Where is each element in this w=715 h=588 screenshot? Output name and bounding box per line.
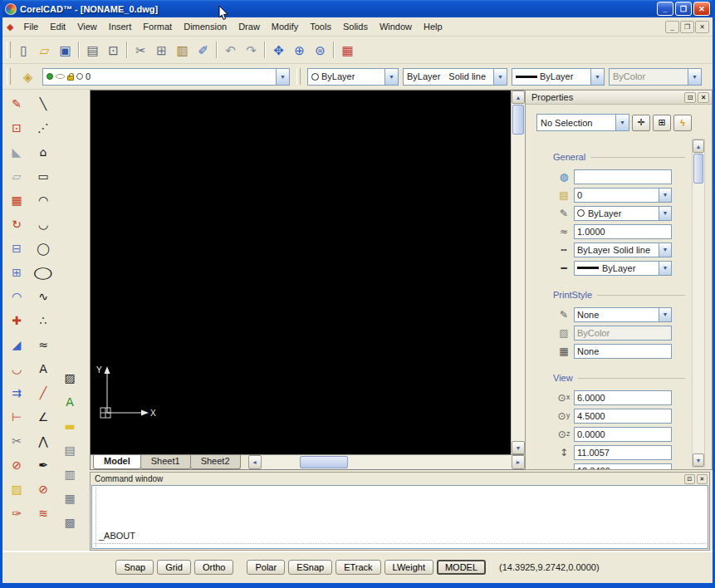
- print-preview-button[interactable]: ⊡: [103, 40, 124, 61]
- status-lweight-button[interactable]: LWeight: [384, 560, 433, 575]
- revision-cloud-tool-button[interactable]: ≋: [32, 502, 54, 524]
- tab-sheet2[interactable]: Sheet2: [190, 455, 241, 469]
- layer-field[interactable]: 0▼: [574, 188, 672, 203]
- printstyle-select[interactable]: ByColor ▼: [609, 68, 702, 86]
- point-tool-button[interactable]: ∴: [32, 310, 54, 331]
- linestyle-select[interactable]: ByLayer Solid line ▼: [403, 68, 507, 86]
- menu-dimension[interactable]: Dimension: [178, 19, 233, 34]
- menu-modify[interactable]: Modify: [266, 19, 304, 34]
- fillet-tool-button[interactable]: ◡: [6, 358, 27, 380]
- dropdown-arrow-icon[interactable]: ▼: [659, 262, 671, 275]
- fill-tool-button[interactable]: ▨: [6, 478, 27, 500]
- line-color-field[interactable]: ByLayer▼: [574, 206, 672, 221]
- dropdown-arrow-icon[interactable]: ▼: [659, 243, 671, 257]
- new-document-button[interactable]: ▯: [13, 40, 34, 61]
- menu-draw[interactable]: Draw: [233, 19, 266, 34]
- dropdown-arrow-icon[interactable]: ▼: [659, 207, 671, 220]
- scroll-track[interactable]: [262, 455, 300, 469]
- lineweight-field[interactable]: ByLayer▼: [574, 261, 672, 276]
- freehand-markup-tool-button[interactable]: ✑: [6, 502, 27, 524]
- pen-tool-button[interactable]: ✒: [32, 454, 54, 476]
- scroll-left-button[interactable]: ◄: [248, 455, 262, 469]
- paste-button[interactable]: ▥: [172, 40, 193, 61]
- menu-edit[interactable]: Edit: [44, 19, 71, 34]
- add-entity-tool-button[interactable]: ✚: [6, 310, 27, 331]
- menu-window[interactable]: Window: [374, 19, 418, 34]
- wedge-tool-button[interactable]: ◣: [6, 141, 27, 163]
- scroll-track[interactable]: [512, 135, 525, 441]
- dropdown-arrow-icon[interactable]: ▼: [590, 69, 604, 85]
- note-tool-button[interactable]: ▬: [59, 415, 81, 437]
- toolbar-grip[interactable]: [296, 68, 301, 85]
- grid-list-button[interactable]: ▦: [59, 488, 81, 509]
- vertical-scroll-thumb[interactable]: [512, 105, 524, 135]
- toolbar-grip[interactable]: [7, 68, 11, 85]
- pan-button[interactable]: ✥: [268, 40, 289, 61]
- plane-tool-button[interactable]: ▱: [6, 165, 27, 187]
- zoom-dynamic-button[interactable]: ⊕: [289, 40, 310, 61]
- scroll-track[interactable]: [348, 455, 512, 469]
- polygon-tool-button[interactable]: ⌂: [32, 141, 54, 163]
- annotate-tool-button[interactable]: A: [59, 391, 81, 413]
- menu-format[interactable]: Format: [137, 19, 178, 34]
- cut-button[interactable]: ✂: [130, 40, 151, 61]
- status-etrack-button[interactable]: ETrack: [335, 560, 380, 575]
- menu-file[interactable]: File: [17, 19, 44, 34]
- close-command-window-button[interactable]: ✕: [697, 474, 708, 484]
- properties-header[interactable]: Properties ⊡ ✕: [526, 91, 712, 105]
- circle-tool-button[interactable]: ◯: [32, 238, 54, 259]
- hatch-tool-button[interactable]: ▨: [59, 367, 81, 389]
- region-tool-button[interactable]: ⊟: [6, 238, 27, 259]
- text-tool-button[interactable]: A: [32, 358, 54, 380]
- array-tool-button[interactable]: ▦: [6, 189, 27, 211]
- construction-line-tool-button[interactable]: ⋰: [32, 117, 54, 139]
- zoom-previous-button[interactable]: ⊜: [310, 40, 331, 61]
- command-history[interactable]: _ABOUT: [91, 485, 708, 549]
- menu-solids[interactable]: Solids: [337, 19, 374, 34]
- dropdown-arrow-icon[interactable]: ▼: [384, 69, 398, 85]
- command-input[interactable]: _ABOUT: [99, 531, 135, 541]
- mdi-close-button[interactable]: ✕: [695, 21, 709, 33]
- minimize-window-button[interactable]: _: [657, 2, 673, 16]
- pin-palette-button[interactable]: ⊡: [684, 92, 696, 103]
- segment-tool-button[interactable]: ╱: [32, 382, 54, 404]
- dropdown-arrow-icon[interactable]: ▼: [688, 69, 701, 85]
- float-command-window-button[interactable]: ⊡: [684, 474, 695, 484]
- sheet-list-button[interactable]: ▥: [59, 463, 81, 485]
- status-snap-button[interactable]: Snap: [115, 560, 154, 575]
- scroll-up-button[interactable]: ▲: [693, 140, 704, 153]
- rectangle-tool-button[interactable]: ▭: [32, 165, 54, 187]
- select-entities-button[interactable]: ✛: [632, 115, 650, 131]
- status-esnap-button[interactable]: ESnap: [288, 560, 332, 575]
- linestyle-field[interactable]: ByLayerSolid line▼: [574, 243, 672, 257]
- scroll-down-button[interactable]: ▼: [512, 441, 525, 454]
- angle-tool-button[interactable]: ∠: [32, 406, 54, 428]
- scroll-right-button[interactable]: ►: [512, 455, 525, 469]
- swatches-button[interactable]: ▩: [59, 512, 81, 533]
- dropdown-arrow-icon[interactable]: ▼: [493, 69, 507, 85]
- chamfer-tool-button[interactable]: ◢: [6, 334, 27, 355]
- toolbar-grip[interactable]: [7, 42, 11, 58]
- close-palette-button[interactable]: ✕: [698, 92, 709, 103]
- status-model-button[interactable]: MODEL: [437, 560, 486, 575]
- line-color-select[interactable]: ByLayer ▼: [307, 68, 399, 86]
- menu-tools[interactable]: Tools: [304, 19, 337, 34]
- command-window-header[interactable]: Command window ⊡ ✕: [91, 473, 709, 485]
- layers-manager-button[interactable]: ◈: [17, 66, 38, 87]
- save-button[interactable]: ▣: [55, 40, 76, 61]
- ellipse-tool-button[interactable]: ◯: [32, 262, 54, 283]
- options-button[interactable]: ▦: [337, 40, 358, 61]
- move-tool-button[interactable]: ⊞: [6, 262, 27, 283]
- freehand-line-tool-button[interactable]: ≈: [32, 334, 54, 355]
- dropdown-arrow-icon[interactable]: ▼: [659, 308, 671, 321]
- status-polar-button[interactable]: Polar: [247, 560, 285, 575]
- polyline-tool-button[interactable]: ⋀: [32, 430, 54, 452]
- table-style-button[interactable]: ▤: [59, 439, 81, 461]
- delete-tool-button[interactable]: ⊘: [6, 454, 27, 476]
- scroll-up-button[interactable]: ▲: [512, 91, 525, 104]
- titlebar[interactable]: CorelCAD™ - [NONAME_0.dwg] _ ❐ ✕: [2, 0, 713, 17]
- undo-button[interactable]: ↶: [220, 40, 241, 61]
- status-grid-button[interactable]: Grid: [157, 560, 191, 575]
- menu-help[interactable]: Help: [418, 19, 448, 34]
- select-entities-tool-button[interactable]: ⊡: [6, 117, 27, 139]
